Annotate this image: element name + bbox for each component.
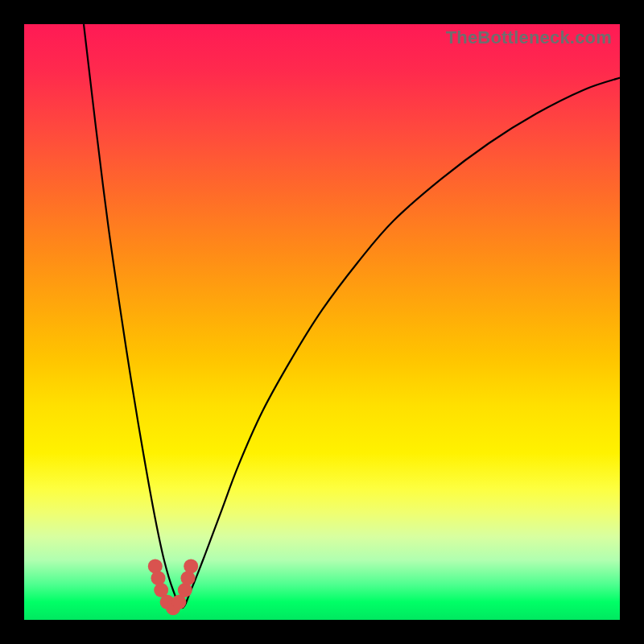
bottleneck-curve <box>84 24 620 608</box>
curve-marker <box>184 559 198 573</box>
curve-layer <box>24 24 620 620</box>
curve-markers <box>148 559 198 615</box>
plot-area: TheBottleneck.com <box>24 24 620 620</box>
